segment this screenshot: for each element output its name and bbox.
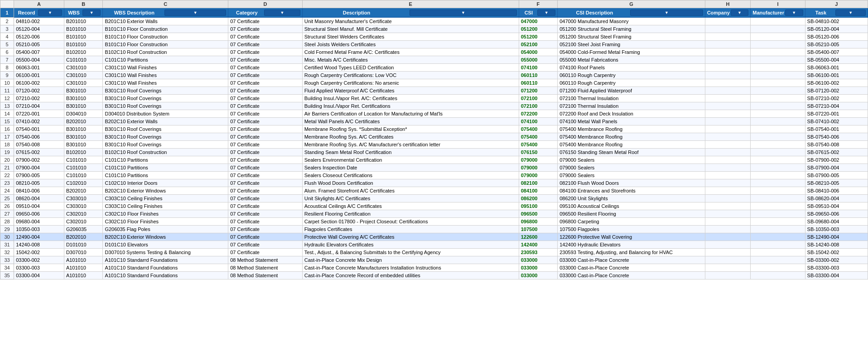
cell-a[interactable]: 08620-004 — [14, 195, 64, 202]
cell-e[interactable]: Protective Wall Covering A/C Certificate… — [302, 233, 519, 241]
cell-b[interactable]: C303010 — [64, 195, 103, 202]
cell-e[interactable]: Flush Wood Doors Certification — [302, 179, 519, 187]
cell-g[interactable]: 075400 Membrance Roofing — [558, 133, 705, 141]
cell-f[interactable]: 075400 — [519, 125, 558, 133]
cell-c[interactable]: A101C10 Standarrd Foundations — [103, 272, 228, 279]
cell-j[interactable]: SB-03300-002 — [805, 256, 868, 264]
cell-c[interactable]: D307010 Systems Testing & Balancing — [103, 249, 228, 256]
cell-h[interactable] — [705, 72, 751, 79]
cell-h[interactable] — [705, 41, 751, 48]
cell-g[interactable]: 047000 Manufactured Masonry — [558, 18, 705, 25]
cell-g[interactable]: 072200 Roof and Deck Insulation — [558, 110, 705, 118]
cell-i[interactable] — [751, 195, 805, 202]
cell-i[interactable] — [751, 179, 805, 187]
cell-j[interactable]: SB-05120-006 — [805, 33, 868, 41]
cell-d[interactable]: 07 Certificate — [228, 241, 303, 249]
cell-a[interactable]: 06063-001 — [14, 64, 64, 72]
cell-e[interactable]: Sealers Closeout Certifications — [302, 172, 519, 179]
cell-f[interactable]: 086200 — [519, 195, 558, 202]
cell-d[interactable]: 07 Certificate — [228, 195, 303, 202]
cell-c[interactable]: G206035 Flag Poles — [103, 226, 228, 233]
table-row[interactable]: 906100-001C301010C301C10 Wall Finishes07… — [0, 72, 868, 79]
cell-e[interactable]: Alum. Framed Storefront A/C Certificates — [302, 187, 519, 195]
cell-i[interactable] — [751, 256, 805, 264]
header-col-E[interactable]: Description ▼ — [302, 8, 519, 18]
cell-a[interactable]: 07540-001 — [14, 125, 64, 133]
cell-h[interactable] — [705, 25, 751, 33]
cell-f[interactable]: 033000 — [519, 264, 558, 272]
cell-h[interactable] — [705, 187, 751, 195]
cell-d[interactable]: 07 Certificate — [228, 72, 303, 79]
cell-i[interactable] — [751, 48, 805, 56]
cell-h[interactable] — [705, 149, 751, 156]
cell-f[interactable]: 033000 — [519, 272, 558, 279]
cell-d[interactable]: 07 Certificate — [228, 164, 303, 172]
cell-f[interactable]: 051200 — [519, 25, 558, 33]
cell-a[interactable]: 05400-007 — [14, 48, 64, 56]
cell-c[interactable]: B202C10 Exterior Walls — [103, 118, 228, 125]
cell-h[interactable] — [705, 264, 751, 272]
header-col-G[interactable]: CSI Description ▼ — [558, 8, 705, 18]
cell-j[interactable]: SB-07900-005 — [805, 172, 868, 179]
cell-i[interactable] — [751, 87, 805, 95]
cell-e[interactable]: Standing Seam Metal Roof Certification — [302, 149, 519, 156]
cell-j[interactable]: SB-05400-007 — [805, 48, 868, 56]
cell-a[interactable]: 06100-002 — [14, 79, 64, 87]
cell-f[interactable]: 051200 — [519, 33, 558, 41]
cell-i[interactable] — [751, 172, 805, 179]
cell-a[interactable]: 07900-004 — [14, 164, 64, 172]
cell-d[interactable]: 07 Certificate — [228, 218, 303, 226]
cell-d[interactable]: 07 Certificate — [228, 25, 303, 33]
cell-g[interactable]: 060110 Rough Carpentry — [558, 79, 705, 87]
cell-i[interactable] — [751, 241, 805, 249]
cell-g[interactable]: 079000 Sealers — [558, 164, 705, 172]
cell-c[interactable]: B101C10 Floor Construction — [103, 41, 228, 48]
cell-d[interactable]: 07 Certificate — [228, 18, 303, 25]
cell-i[interactable] — [751, 210, 805, 218]
cell-j[interactable]: SB-08210-005 — [805, 179, 868, 187]
cell-a[interactable]: 10350-003 — [14, 226, 64, 233]
cell-c[interactable]: B301C10 Roof Coverings — [103, 102, 228, 110]
cell-j[interactable]: SB-07540-001 — [805, 125, 868, 133]
cell-c[interactable]: C102C10 Interior Doors — [103, 179, 228, 187]
cell-j[interactable]: SB-05120-004 — [805, 25, 868, 33]
table-row[interactable]: 605400-007B102010B102C10 Roof Constructi… — [0, 48, 868, 56]
cell-e[interactable]: Membrane Roofing Sys. *Submittal Excepti… — [302, 125, 519, 133]
cell-c[interactable]: B301C10 Roof Coverings — [103, 87, 228, 95]
cell-d[interactable]: 07 Certificate — [228, 233, 303, 241]
cell-c[interactable]: B101C10 Floor Construction — [103, 25, 228, 33]
cell-a[interactable]: 08210-005 — [14, 179, 64, 187]
cell-j[interactable]: SB-07900-002 — [805, 156, 868, 164]
cell-h[interactable] — [705, 256, 751, 264]
cell-h[interactable] — [705, 118, 751, 125]
cell-a[interactable]: 08410-006 — [14, 187, 64, 195]
table-row[interactable]: 2508620-004C303010C303C10 Ceiling Finish… — [0, 195, 868, 202]
cell-i[interactable] — [751, 18, 805, 25]
cell-i[interactable] — [751, 202, 805, 210]
table-row[interactable]: 3503300-004A101010A101C10 Standarrd Foun… — [0, 272, 868, 279]
cell-h[interactable] — [705, 125, 751, 133]
cell-g[interactable]: 072100 Thermal Insulation — [558, 102, 705, 110]
cell-e[interactable]: Resilient Flooring Certification — [302, 210, 519, 218]
cell-a[interactable]: 07615-002 — [14, 149, 64, 156]
cell-f[interactable]: 071200 — [519, 87, 558, 95]
cell-d[interactable]: 07 Certificate — [228, 249, 303, 256]
table-row[interactable]: 806063-001C301010C301C10 Wall Finishes07… — [0, 64, 868, 72]
cell-h[interactable] — [705, 64, 751, 72]
cell-d[interactable]: 07 Certificate — [228, 102, 303, 110]
cell-a[interactable]: 07540-006 — [14, 133, 64, 141]
cell-f[interactable]: 054000 — [519, 48, 558, 56]
cell-a[interactable]: 09650-006 — [14, 210, 64, 218]
cell-e[interactable]: Acoustical Ceilings A/C Certificates — [302, 202, 519, 210]
cell-f[interactable]: 060110 — [519, 72, 558, 79]
table-row[interactable]: 1207210-002B301010B301C10 Roof Coverings… — [0, 95, 868, 102]
cell-g[interactable]: 060110 Rough Carpentry — [558, 72, 705, 79]
cell-j[interactable]: SB-07120-002 — [805, 87, 868, 95]
cell-e[interactable]: Certified Wood Types LEED Certification — [302, 64, 519, 72]
cell-d[interactable]: 07 Certificate — [228, 56, 303, 64]
cell-d[interactable]: 08 Method Statement — [228, 272, 303, 279]
cell-c[interactable]: D101C10 Elevators — [103, 241, 228, 249]
cell-i[interactable] — [751, 102, 805, 110]
cell-i[interactable] — [751, 79, 805, 87]
cell-i[interactable] — [751, 233, 805, 241]
